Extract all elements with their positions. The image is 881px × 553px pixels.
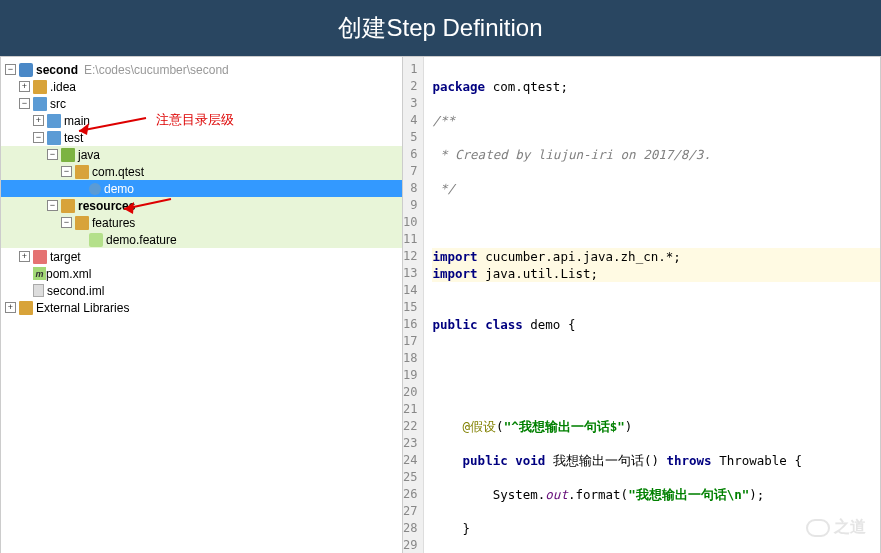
folder-icon — [75, 216, 89, 230]
collapse-icon[interactable]: − — [47, 200, 58, 211]
main-container: −secondE:\codes\cucumber\second +.idea −… — [0, 56, 881, 553]
expand-icon[interactable]: + — [33, 115, 44, 126]
watermark: 之道 — [806, 517, 866, 538]
tree-resources[interactable]: −resources — [1, 197, 402, 214]
maven-icon: m — [33, 267, 46, 280]
project-icon — [19, 63, 33, 77]
wechat-icon — [806, 519, 830, 537]
folder-icon — [47, 114, 61, 128]
tree-src[interactable]: −src — [1, 95, 402, 112]
tree-root[interactable]: −secondE:\codes\cucumber\second — [1, 61, 402, 78]
expand-icon[interactable]: + — [19, 251, 30, 262]
tree-package[interactable]: −com.qtest — [1, 163, 402, 180]
page-title: 创建Step Definition — [0, 0, 881, 56]
tree-demo-class[interactable]: demo — [1, 180, 402, 197]
tree-features[interactable]: −features — [1, 214, 402, 231]
folder-icon — [61, 199, 75, 213]
expand-icon[interactable]: + — [5, 302, 16, 313]
tree-pom[interactable]: mpom.xml — [1, 265, 402, 282]
tree-main[interactable]: +main — [1, 112, 402, 129]
tree-feature-file[interactable]: demo.feature — [1, 231, 402, 248]
folder-icon — [61, 148, 75, 162]
collapse-icon[interactable]: − — [61, 166, 72, 177]
collapse-icon[interactable]: − — [19, 98, 30, 109]
folder-icon — [33, 80, 47, 94]
class-icon — [89, 183, 101, 195]
folder-icon — [33, 250, 47, 264]
collapse-icon[interactable]: − — [5, 64, 16, 75]
collapse-icon[interactable]: − — [47, 149, 58, 160]
package-icon — [75, 165, 89, 179]
expand-icon[interactable]: + — [19, 81, 30, 92]
tree-java[interactable]: −java — [1, 146, 402, 163]
tree-idea[interactable]: +.idea — [1, 78, 402, 95]
tree-external-libs[interactable]: +External Libraries — [1, 299, 402, 316]
code-editor[interactable]: 1234567891011121314151617181920212223242… — [403, 57, 880, 553]
tree-test[interactable]: −test — [1, 129, 402, 146]
tree-iml[interactable]: second.iml — [1, 282, 402, 299]
line-gutter: 1234567891011121314151617181920212223242… — [403, 57, 424, 553]
feature-icon — [89, 233, 103, 247]
project-tree[interactable]: −secondE:\codes\cucumber\second +.idea −… — [1, 57, 403, 553]
collapse-icon[interactable]: − — [61, 217, 72, 228]
folder-icon — [47, 131, 61, 145]
file-icon — [33, 284, 44, 297]
library-icon — [19, 301, 33, 315]
code-area[interactable]: package com.qtest; /** * Created by liuj… — [424, 57, 880, 553]
collapse-icon[interactable]: − — [33, 132, 44, 143]
tree-target[interactable]: +target — [1, 248, 402, 265]
folder-icon — [33, 97, 47, 111]
